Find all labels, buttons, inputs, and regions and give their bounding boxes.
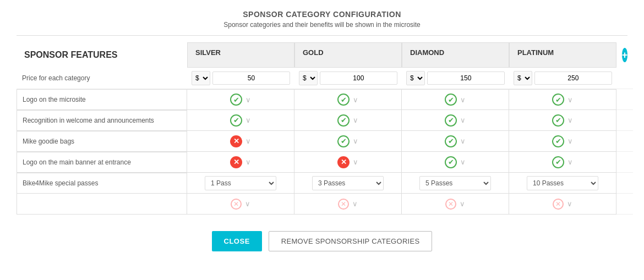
feature-value-2-3: ✔∨ xyxy=(509,131,616,152)
check-icon: ✔ xyxy=(552,114,564,127)
feature-value-5-2: ✕∨ xyxy=(402,194,509,215)
chevron-down-icon[interactable]: ∨ xyxy=(460,137,466,145)
passes-select-0[interactable]: 1 Pass xyxy=(205,176,276,190)
feature-empty-3 xyxy=(616,152,633,173)
feature-value-4-2: 5 Passes xyxy=(402,173,509,194)
chevron-down-icon[interactable]: ∨ xyxy=(460,158,466,166)
check-icon: ✔ xyxy=(552,94,564,106)
feature-value-4-0: 1 Pass xyxy=(187,173,294,194)
check-icon: ✔ xyxy=(337,135,350,147)
price-input-gold[interactable] xyxy=(320,72,397,85)
x-light-icon: ✕ xyxy=(445,199,456,210)
chevron-down-icon[interactable]: ∨ xyxy=(567,96,573,104)
feature-input-5[interactable] xyxy=(17,194,187,215)
sponsor-table: SPONSOR FEATURES SILVER GOLD DIAMOND PLA… xyxy=(17,42,627,215)
feature-label-2 xyxy=(17,131,187,152)
chevron-down-icon[interactable]: ∨ xyxy=(353,158,358,166)
feature-value-0-2: ✔∨ xyxy=(402,89,509,110)
feature-value-5-3: ✕∨ xyxy=(509,194,616,215)
price-input-diamond[interactable] xyxy=(427,72,505,85)
price-input-platinum[interactable] xyxy=(534,72,612,85)
chevron-down-icon[interactable]: ∨ xyxy=(567,137,573,145)
col-header-diamond: DIAMOND xyxy=(402,42,509,68)
check-icon: ✔ xyxy=(445,94,457,106)
currency-select-silver[interactable]: $ xyxy=(192,71,210,85)
currency-select-diamond[interactable]: $ xyxy=(406,71,425,85)
feature-value-3-2: ✔∨ xyxy=(402,152,509,173)
page-wrapper: SPONSOR CATEGORY CONFIGURATION Sponsor c… xyxy=(0,0,644,262)
price-input-silver[interactable] xyxy=(212,72,290,85)
feature-value-5-1: ✕∨ xyxy=(294,194,402,215)
check-icon: ✔ xyxy=(230,94,242,106)
chevron-down-icon[interactable]: ∨ xyxy=(460,200,465,208)
check-icon: ✔ xyxy=(230,114,242,127)
feature-input-4[interactable] xyxy=(17,173,187,194)
add-column-button[interactable]: + xyxy=(622,48,628,62)
remove-button[interactable]: REMOVE SPONSORSHIP CATEGORIES xyxy=(269,231,433,251)
check-icon: ✔ xyxy=(445,156,457,168)
sponsor-features-header: SPONSOR FEATURES xyxy=(17,42,187,68)
passes-select-1[interactable]: 3 Passes xyxy=(312,176,384,190)
price-label: Price for each category xyxy=(17,68,187,89)
price-cell-platinum: $ xyxy=(509,68,616,89)
chevron-down-icon[interactable]: ∨ xyxy=(245,96,251,104)
feature-value-0-3: ✔∨ xyxy=(509,89,616,110)
feature-empty-5 xyxy=(616,194,633,215)
feature-value-2-1: ✔∨ xyxy=(294,131,402,152)
currency-select-platinum[interactable]: $ xyxy=(514,71,532,85)
passes-select-3[interactable]: 10 Passes xyxy=(527,176,598,190)
close-button[interactable]: CLOSE xyxy=(212,231,262,251)
chevron-down-icon[interactable]: ∨ xyxy=(245,116,251,124)
check-icon: ✔ xyxy=(337,114,350,127)
chevron-down-icon[interactable]: ∨ xyxy=(567,200,572,208)
chevron-down-icon[interactable]: ∨ xyxy=(353,137,358,145)
feature-value-2-2: ✔∨ xyxy=(402,131,509,152)
feature-value-2-0: ✕∨ xyxy=(187,131,294,152)
chevron-down-icon[interactable]: ∨ xyxy=(460,116,466,124)
feature-label-3 xyxy=(17,152,187,173)
feature-value-0-1: ✔∨ xyxy=(294,89,402,110)
x-icon: ✕ xyxy=(230,135,242,147)
feature-value-0-0: ✔∨ xyxy=(187,89,294,110)
feature-input-3[interactable] xyxy=(17,152,187,173)
chevron-down-icon[interactable]: ∨ xyxy=(352,200,358,208)
chevron-down-icon[interactable]: ∨ xyxy=(245,137,251,145)
chevron-down-icon[interactable]: ∨ xyxy=(353,116,358,124)
feature-value-1-3: ✔∨ xyxy=(509,110,616,131)
feature-value-4-1: 3 Passes xyxy=(294,173,402,194)
chevron-down-icon[interactable]: ∨ xyxy=(567,158,573,166)
chevron-down-icon[interactable]: ∨ xyxy=(353,96,358,104)
feature-value-5-0: ✕∨ xyxy=(187,194,294,215)
chevron-down-icon[interactable]: ∨ xyxy=(567,116,573,124)
feature-label-1 xyxy=(17,110,187,131)
x-light-icon: ✕ xyxy=(231,199,242,210)
footer: CLOSE REMOVE SPONSORSHIP CATEGORIES xyxy=(17,226,627,251)
chevron-down-icon[interactable]: ∨ xyxy=(245,158,251,166)
feature-input-2[interactable] xyxy=(17,131,187,152)
check-icon: ✔ xyxy=(445,114,457,127)
page-header: SPONSOR CATEGORY CONFIGURATION Sponsor c… xyxy=(17,10,627,36)
feature-empty-4 xyxy=(616,173,633,194)
check-icon: ✔ xyxy=(552,156,564,168)
feature-label-4 xyxy=(17,173,187,194)
feature-value-4-3: 10 Passes xyxy=(509,173,616,194)
feature-input-0[interactable] xyxy=(17,89,187,110)
feature-value-1-0: ✔∨ xyxy=(187,110,294,131)
check-icon: ✔ xyxy=(337,94,350,106)
price-cell-diamond: $ xyxy=(402,68,509,89)
feature-value-1-2: ✔∨ xyxy=(402,110,509,131)
feature-value-3-1: ✕∨ xyxy=(294,152,402,173)
page-subtitle: Sponsor categories and their benefits wi… xyxy=(17,21,627,29)
feature-input-1[interactable] xyxy=(17,110,187,131)
add-column-cell: + xyxy=(616,42,633,68)
chevron-down-icon[interactable]: ∨ xyxy=(460,96,466,104)
check-icon: ✔ xyxy=(552,135,564,147)
currency-select-gold[interactable]: $ xyxy=(299,71,318,85)
price-cell-gold: $ xyxy=(294,68,402,89)
feature-label-5 xyxy=(17,194,187,215)
feature-value-3-0: ✕∨ xyxy=(187,152,294,173)
passes-select-2[interactable]: 5 Passes xyxy=(419,176,491,190)
feature-label-0 xyxy=(17,89,187,110)
chevron-down-icon[interactable]: ∨ xyxy=(245,200,250,208)
feature-empty-1 xyxy=(616,110,633,131)
